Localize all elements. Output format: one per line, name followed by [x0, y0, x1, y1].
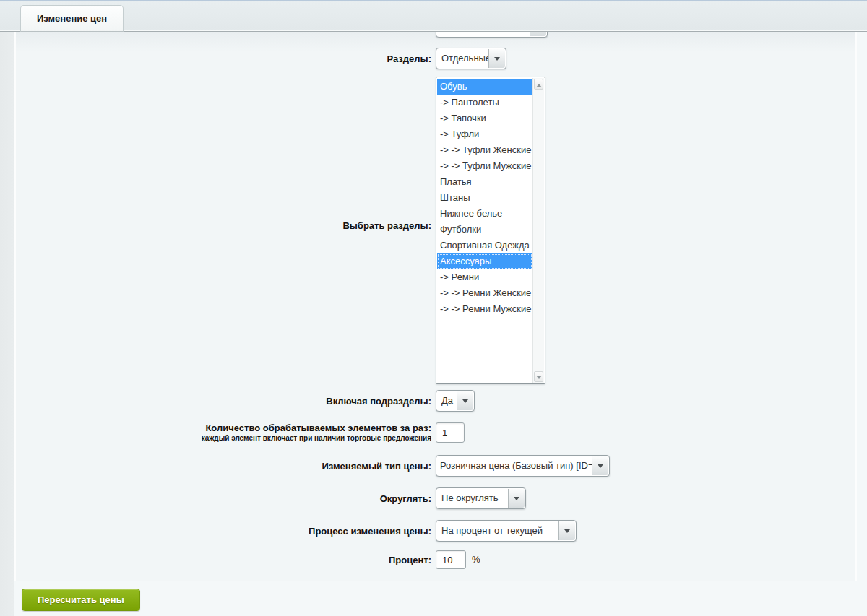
list-item[interactable]: -> Ремни — [437, 269, 532, 285]
sections-list: Обувь -> Пантолеты -> Тапочки -> Туфли -… — [437, 79, 532, 317]
change-process-select[interactable]: На процент от текущей — [436, 520, 577, 542]
list-item[interactable]: -> -> Ремни Женские — [437, 285, 532, 301]
chevron-down-icon — [488, 49, 505, 68]
sections-mode-select[interactable]: Отдельные — [436, 48, 506, 69]
batch-label-wrap: Количество обрабатываемых элементов за р… — [16, 421, 431, 444]
cutoff-select[interactable] — [436, 32, 548, 38]
list-item[interactable]: Футболки — [437, 222, 532, 238]
chevron-down-icon — [530, 32, 546, 36]
sections-mode-label: Разделы: — [16, 48, 431, 69]
list-item[interactable]: -> Тапочки — [437, 110, 532, 126]
recalculate-button[interactable]: Пересчитать цены — [22, 589, 140, 611]
list-item[interactable]: -> Пантолеты — [437, 95, 532, 110]
chevron-down-icon — [457, 391, 473, 410]
percent-suffix: % — [472, 550, 480, 569]
list-item[interactable]: -> -> Туфли Мужские — [437, 158, 532, 174]
listbox-scrollbar[interactable] — [532, 78, 544, 383]
left-gutter — [0, 32, 14, 616]
list-item[interactable]: -> -> Ремни Мужские — [437, 301, 532, 317]
page: Изменение цен Разделы: Отдельные Выбрать… — [0, 0, 867, 616]
change-process-label: Процесс изменения цены: — [16, 520, 431, 542]
scroll-down-icon[interactable] — [534, 371, 543, 382]
rounding-label: Округлять: — [16, 487, 431, 509]
change-process-value: На процент от текущей — [436, 521, 576, 541]
choose-sections-label: Выбрать разделы: — [16, 77, 431, 375]
include-subsections-select[interactable]: Да — [436, 390, 475, 412]
percent-input[interactable] — [436, 550, 466, 569]
price-type-label: Изменяемый тип цены: — [16, 455, 431, 477]
list-item[interactable]: Обувь — [437, 79, 532, 95]
batch-input[interactable] — [436, 422, 465, 443]
include-subsections-label: Включая подразделы: — [16, 390, 431, 412]
scroll-up-icon[interactable] — [534, 79, 543, 90]
list-item[interactable]: Аксессуары — [437, 253, 532, 269]
price-change-form: Разделы: Отдельные Выбрать разделы: Обув… — [16, 32, 855, 581]
tab-price-change[interactable]: Изменение цен — [20, 5, 124, 32]
percent-label: Процент: — [16, 550, 431, 569]
sections-listbox[interactable]: Обувь -> Пантолеты -> Тапочки -> Туфли -… — [436, 77, 545, 384]
price-type-value: Розничная цена (Базовый тип) [ID=1] — [436, 456, 609, 476]
chevron-down-icon — [508, 489, 525, 508]
list-item[interactable]: Нижнее белье — [437, 206, 532, 222]
tab-bar: Изменение цен — [0, 0, 867, 32]
list-item[interactable]: Спортивная Одежда — [437, 238, 532, 253]
price-type-select[interactable]: Розничная цена (Базовый тип) [ID=1] — [436, 455, 610, 477]
list-item[interactable]: Платья — [437, 174, 532, 190]
batch-note: каждый элемент включает при наличии торг… — [202, 434, 431, 443]
batch-label: Количество обрабатываемых элементов за р… — [202, 422, 431, 433]
chevron-down-icon — [592, 456, 608, 475]
list-item[interactable]: -> Туфли — [437, 126, 532, 142]
list-item[interactable]: -> -> Туфли Женские — [437, 142, 532, 158]
rounding-select[interactable]: Не округлять — [436, 487, 526, 509]
list-item[interactable]: Штаны — [437, 190, 532, 206]
chevron-down-icon — [558, 521, 575, 540]
tab-label: Изменение цен — [37, 13, 107, 24]
panel-right-edge — [855, 32, 857, 581]
